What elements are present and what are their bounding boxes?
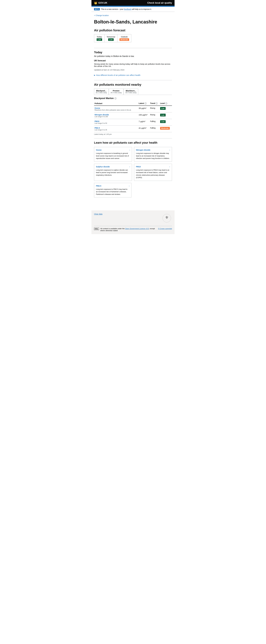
pollutant-ozone-level: Low	[160, 106, 172, 112]
pollutant-ozone-latest: 39 μg/m³	[138, 106, 150, 112]
station-tab-blackpool-distance: 25.1 miles away	[96, 92, 107, 94]
pollutant-no2-cell: Nitrogen dioxide Low range 0 to 200	[94, 112, 138, 119]
health-card-no2-title: Nitrogen dioxide	[136, 149, 150, 151]
station-tab-blackburn-distance: 30.4 miles away	[125, 92, 137, 94]
ogl-badge: OGL	[94, 228, 99, 230]
pm10-measurement: 7 μg/m³	[139, 120, 145, 122]
pollutant-pm10-desc: Low range 0 to 50	[95, 122, 138, 124]
table-row: PM10 Low range 0 to 50 7 μg/m³ Falling L…	[94, 119, 172, 126]
forecast-heading: Air pollution forecast	[94, 28, 172, 32]
level-info-icon[interactable]: i	[165, 102, 167, 104]
beta-tag: BETA	[94, 8, 100, 10]
station-tab-blackpool[interactable]: Blackpool... 25.1 miles away	[94, 88, 109, 95]
back-link[interactable]: < Change location	[94, 14, 172, 16]
health-card-no2[interactable]: Nitrogen dioxide › Long term exposure to…	[134, 147, 172, 162]
station-tab-preston[interactable]: Preston 26.4 miles away	[109, 88, 123, 95]
health-card-ozone-arrow: ›	[129, 149, 130, 151]
health-card-so2[interactable]: Sulphur dioxide › Long term exposure to …	[94, 164, 132, 181]
trend-info-icon[interactable]: i	[156, 102, 158, 104]
crown-icon: 👑	[94, 1, 97, 4]
pollutant-pm25-trend: Falling	[150, 126, 160, 132]
tab-tomorrow-label: Tomorrow	[107, 36, 115, 38]
tab-outlook-badge: Moderate	[119, 38, 129, 41]
ozone-level-badge: Low	[160, 107, 166, 110]
station-tab-blackburn[interactable]: Blackburn... 30.4 miles away	[124, 88, 138, 95]
gov-logo[interactable]: 👑 GOV.UK	[94, 1, 107, 4]
pollutant-ozone-trend: Rising	[150, 106, 160, 112]
active-station-heading: Blackpool Marton i	[94, 97, 172, 100]
pollutant-pm25-desc: Low range 0 to 35	[95, 129, 138, 131]
health-card-pm25-title: PM2.5	[96, 185, 101, 187]
pollutants-heading: Air pollutants monitored nearby	[94, 83, 172, 86]
pollutant-pm10-name: PM10	[95, 120, 138, 122]
header-title: Check local air quality	[147, 2, 172, 4]
col-level: Level i	[160, 101, 172, 106]
tab-today-badge: Low	[97, 38, 102, 41]
tab-today[interactable]: Today Low	[94, 34, 104, 42]
no2-level-badge: Low	[160, 114, 166, 116]
active-station-name: Blackpool Marton	[94, 97, 114, 100]
pollutant-ozone-name: Ozone	[95, 107, 138, 109]
pollutant-no2-name: Nitrogen dioxide	[95, 114, 138, 116]
pollutant-table: Pollutant Latest i Trend i Level i Ozone	[94, 101, 172, 132]
health-card-pm25[interactable]: PM2.5 › Long term exposure to PM2.5 may …	[94, 183, 131, 198]
feedback-link[interactable]: feedback	[124, 8, 131, 10]
station-tab-blackpool-name: Blackpool...	[96, 90, 107, 92]
pollutant-pm10-level: Low	[160, 119, 172, 126]
station-tab-preston-name: Preston	[110, 90, 122, 92]
pollutant-pm25-level: Moderate	[160, 126, 172, 132]
health-card-pm10[interactable]: PM10 › Long term exposure to PM10 may le…	[134, 164, 172, 181]
pollutant-pm10-latest: 7 μg/m³	[138, 119, 150, 126]
station-info-icon[interactable]: i	[114, 97, 116, 100]
pollutant-ozone-desc: Reactions from other pollutants raise oz…	[95, 109, 138, 111]
health-card-pm10-arrow: ›	[169, 166, 170, 168]
pollutant-pm25-cell: PM2.5 Low range 0 to 35	[94, 126, 138, 132]
health-card-ozone-title: Ozone	[96, 149, 102, 151]
station-tabs: Blackpool... 25.1 miles away Preston 26.…	[94, 88, 172, 95]
health-card-so2-arrow: ›	[129, 166, 130, 168]
col-latest: Latest i	[138, 101, 150, 106]
health-card-so2-header: Sulphur dioxide ›	[96, 166, 130, 168]
beta-banner: BETA This is a new service – your feedba…	[91, 7, 175, 12]
triangle-icon: ▶	[94, 74, 95, 76]
tab-tomorrow[interactable]: Tomorrow Low	[104, 34, 117, 42]
health-effects-link[interactable]: ▶ How different levels of air pollution …	[94, 74, 172, 76]
ozone-measurement: 39 μg/m³	[139, 107, 147, 109]
table-row: Ozone Reactions from other pollutants ra…	[94, 106, 172, 112]
pollutant-pm25-name: PM2.5	[95, 127, 138, 129]
pollutant-pm25-latest: 41 μg/m³	[138, 126, 150, 132]
col-trend: Trend i	[150, 101, 160, 106]
health-card-so2-text: Long term exposure to sulphur dioxide ca…	[96, 169, 130, 176]
health-card-ozone[interactable]: Ozone › Long term exposure to breathing …	[94, 147, 132, 162]
divider-2	[94, 80, 172, 80]
health-effects-link-text: How different levels of air pollution ca…	[96, 74, 141, 76]
no2-measurement: 150 μg/m³	[139, 114, 148, 116]
change-location-link[interactable]: < Change location	[94, 14, 109, 16]
today-heading: Today	[94, 51, 172, 54]
health-section-heading: Learn how air pollutants can affect your…	[94, 141, 172, 144]
latest-info-icon[interactable]: i	[145, 102, 147, 104]
latest-time: Latest today at 1:45 pm	[94, 133, 172, 135]
crown-copyright-link[interactable]: © Crown copyright	[158, 228, 172, 230]
beta-text: This is a new service – your feedback wi…	[101, 8, 152, 10]
health-card-pm25-text: Long term exposure to PM2.5 may lead to …	[96, 188, 129, 196]
health-card-pm25-header: PM2.5 ›	[96, 185, 129, 187]
svg-text:⚜: ⚜	[165, 215, 169, 220]
clear-data-link[interactable]: Clear data	[94, 213, 102, 215]
forecast-tabs: Today Low Tomorrow Low Outlook Moderate	[94, 34, 131, 42]
health-card-pm10-text: Long term exposure to PM10 may lead to a…	[136, 169, 170, 179]
pollutant-pm10-cell: PM10 Low range 0 to 50	[94, 119, 138, 126]
health-card-pm10-title: PM10	[136, 166, 141, 168]
ogl-text: All content is available under the Open …	[100, 228, 157, 232]
health-card-pm10-header: PM10 ›	[136, 166, 170, 168]
station-tab-blackburn-name: Blackburn...	[125, 90, 137, 92]
ogl-link[interactable]: Open Government Licence v3.0	[125, 228, 149, 230]
pollutant-no2-desc: Low range 0 to 200	[95, 116, 138, 118]
health-card-so2-title: Sulphur dioxide	[96, 166, 110, 168]
footer-coat-of-arms: ⚜	[162, 213, 172, 224]
tab-outlook[interactable]: Outlook Moderate	[117, 34, 131, 42]
tab-outlook-label: Outlook	[119, 36, 129, 38]
station-tab-preston-distance: 26.4 miles away	[110, 92, 122, 94]
health-card-no2-header: Nitrogen dioxide ›	[136, 149, 170, 151]
pm10-level-badge: Low	[160, 120, 166, 123]
